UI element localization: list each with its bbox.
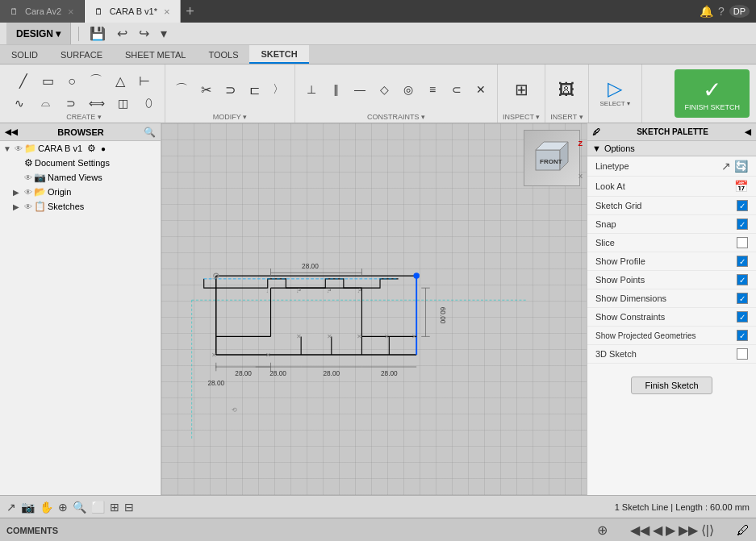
- more-button[interactable]: ▾: [157, 24, 170, 43]
- nav-first-button[interactable]: ◀◀: [630, 522, 649, 538]
- palette-row-lookat: Look At 📅: [587, 177, 756, 197]
- orbit-icon[interactable]: ⊕: [58, 501, 68, 514]
- constraint6[interactable]: ≡: [421, 81, 444, 98]
- design-button[interactable]: DESIGN ▾: [6, 23, 71, 44]
- constraint1[interactable]: ⊥: [300, 81, 323, 98]
- constraint5[interactable]: ◎: [397, 81, 420, 98]
- tab-sheet-metal[interactable]: SHEET METAL: [114, 45, 197, 64]
- eye-icon3[interactable]: 👁: [24, 188, 32, 197]
- tree-item-root[interactable]: ▼ 👁 📁 CARA B v1 ⚙ ●: [0, 141, 161, 156]
- status-text: 1 Sketch Line | Length : 60.00 mm: [615, 502, 750, 512]
- display-mode-icon[interactable]: ⬜: [91, 501, 105, 514]
- pan-icon[interactable]: ✋: [40, 501, 53, 514]
- canvas-area[interactable]: FRONT Z x: [161, 123, 587, 495]
- tab1-close[interactable]: ×: [68, 6, 74, 18]
- palette-options-header[interactable]: ▼ Options: [587, 141, 756, 156]
- show-profile-checkbox[interactable]: ✓: [737, 256, 748, 267]
- nav-play-button[interactable]: ▶: [666, 522, 675, 538]
- 3d-sketch-checkbox[interactable]: [737, 348, 748, 360]
- mirror-tool[interactable]: ⟺: [86, 95, 108, 111]
- tree-root-label: CARA B v1: [38, 144, 82, 153]
- constraint7[interactable]: ⊂: [445, 81, 468, 98]
- expand-icon[interactable]: ▼: [3, 144, 13, 153]
- tab-solid[interactable]: SOLID: [0, 45, 49, 64]
- sketch-grid-checkbox[interactable]: ✓: [737, 200, 748, 211]
- palette-collapse-icon[interactable]: ◀: [745, 127, 751, 136]
- extend-tool[interactable]: ⊃: [219, 81, 241, 99]
- select-button[interactable]: ▷ SELECT ▾: [594, 68, 637, 116]
- lookat-icon[interactable]: 📅: [734, 180, 748, 193]
- show-points-checkbox[interactable]: ✓: [737, 274, 748, 285]
- tab-surface[interactable]: SURFACE: [49, 45, 114, 64]
- tree-item-doc-settings[interactable]: ⚙ Document Settings: [0, 156, 161, 170]
- notifications-icon[interactable]: 🔔: [700, 5, 713, 18]
- finish-sketch-button[interactable]: ✓ FINISH SKETCH: [675, 69, 750, 118]
- inspect-group: ⊞ INSPECT ▾: [498, 65, 545, 123]
- slot-tool[interactable]: ⊢: [133, 72, 156, 90]
- constraint2[interactable]: ‖: [324, 81, 347, 98]
- trim-tool[interactable]: ✂: [194, 81, 217, 99]
- spline-tool[interactable]: ∿: [8, 95, 31, 111]
- tab-cara-bv1[interactable]: 🗒 CARA B v1* ×: [85, 0, 181, 23]
- snap-label: Snap: [595, 219, 616, 229]
- add-comment-icon[interactable]: ⊕: [597, 522, 608, 538]
- sketches-expand[interactable]: ▶: [13, 202, 23, 211]
- show-constraints-checkbox[interactable]: ✓: [737, 311, 748, 323]
- line-tool[interactable]: ╱: [12, 72, 35, 90]
- tree-item-origin[interactable]: ▶ 👁 📂 Origin: [0, 185, 161, 199]
- new-tab-button[interactable]: +: [181, 3, 200, 20]
- inspect-btn[interactable]: ⊞: [510, 78, 533, 101]
- origin-expand[interactable]: ▶: [13, 188, 23, 197]
- eye-icon[interactable]: 👁: [15, 144, 23, 153]
- rectangle-tool[interactable]: ▭: [36, 72, 59, 90]
- tab2-close[interactable]: ×: [164, 6, 170, 18]
- fillet-tool[interactable]: ⌒: [170, 80, 193, 100]
- circle-tool[interactable]: ○: [61, 73, 83, 90]
- eye-icon4[interactable]: 👁: [24, 202, 32, 211]
- tab-sketch[interactable]: SKETCH: [249, 45, 308, 64]
- modify-icons: ⌒ ✂ ⊃ ⊏ 〉: [170, 68, 290, 111]
- snap-checkbox[interactable]: ✓: [737, 218, 748, 230]
- tab-cara-av2[interactable]: 🗒 Cara Av2 ×: [0, 0, 85, 23]
- save-button[interactable]: 💾: [86, 24, 109, 43]
- finish-sketch-palette-button[interactable]: Finish Sketch: [631, 377, 712, 394]
- constraint4[interactable]: ◇: [373, 81, 395, 98]
- linetype-icon2[interactable]: 🔄: [734, 160, 748, 173]
- undo-button[interactable]: ↩: [114, 24, 131, 43]
- zoom-icon[interactable]: 🔍: [73, 501, 86, 514]
- user-icon[interactable]: DP: [729, 5, 750, 18]
- nav-prev-button[interactable]: ◀: [653, 522, 662, 538]
- tree-item-sketches[interactable]: ▶ 👁 📋 Sketches: [0, 199, 161, 214]
- camera-icon[interactable]: 📷: [21, 501, 35, 514]
- redo-button[interactable]: ↪: [136, 24, 152, 43]
- pattern-tool[interactable]: ◫: [111, 95, 134, 111]
- linetype-icon1[interactable]: ↗: [721, 160, 731, 173]
- settings-icon2[interactable]: ⊟: [124, 501, 134, 514]
- create-icons: ╱ ▭ ○ ⌒ △ ⊢: [12, 68, 156, 94]
- tab-tools[interactable]: TOOLS: [197, 45, 249, 64]
- show-dims-checkbox[interactable]: ✓: [737, 293, 748, 304]
- nav-extra-button[interactable]: ⟨|⟩: [701, 522, 714, 538]
- slice-checkbox[interactable]: [737, 237, 748, 248]
- origin-icon: 📂: [34, 186, 46, 198]
- break-tool[interactable]: ⊏: [243, 81, 265, 99]
- insert-image-btn[interactable]: 🖼: [555, 79, 578, 101]
- show-projected-checkbox[interactable]: ✓: [737, 330, 748, 341]
- sketch-mode-icon[interactable]: 🖊: [737, 523, 750, 538]
- navigate-icon[interactable]: ↗: [6, 501, 16, 514]
- browser-search-icon[interactable]: 🔍: [144, 127, 156, 138]
- polygon-tool[interactable]: △: [109, 72, 132, 90]
- offset-curve-tool[interactable]: 〉: [267, 81, 290, 98]
- conic-tool[interactable]: ⌓: [34, 94, 56, 111]
- tree-item-named-views[interactable]: 👁 📷 Named Views: [0, 170, 161, 185]
- grid-icon[interactable]: ⊞: [110, 501, 119, 514]
- arc-tool[interactable]: ⌒: [85, 71, 107, 91]
- offset-tool[interactable]: ⊃: [60, 95, 82, 111]
- nav-last-button[interactable]: ▶▶: [679, 522, 698, 538]
- help-icon[interactable]: ?: [718, 5, 725, 18]
- eye-icon2[interactable]: 👁: [24, 173, 32, 182]
- constraint3[interactable]: —: [349, 81, 371, 98]
- ellipse-tool[interactable]: ⬯: [137, 94, 160, 111]
- browser-collapse-icon[interactable]: ◀◀: [5, 127, 18, 136]
- constraint8[interactable]: ✕: [470, 81, 492, 98]
